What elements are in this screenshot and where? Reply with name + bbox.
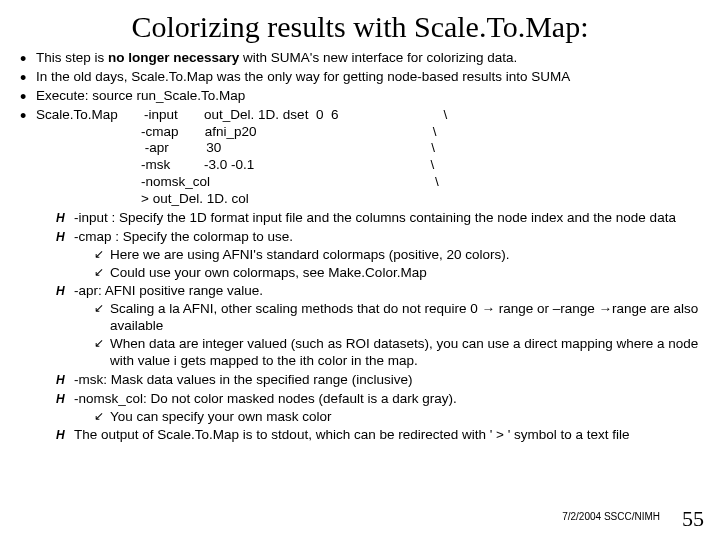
text: -apr: AFNI positive range value. xyxy=(74,283,263,298)
text: Scaling a la AFNI, other scaling methods… xyxy=(110,301,481,316)
text: -cmap : Specify the colormap to use. xyxy=(74,229,293,244)
page-number: 55 xyxy=(682,506,704,532)
list-item: -cmap : Specify the colormap to use. Her… xyxy=(56,229,702,282)
sub-list: -input : Specify the 1D format input fil… xyxy=(36,210,702,444)
list-item: Scaling a la AFNI, other scaling methods… xyxy=(94,301,702,335)
list-item: Scale.To.Map -input out_Del. 1D. dset 0 … xyxy=(18,107,702,445)
footer-date: 7/2/2004 SSCC/NIMH xyxy=(562,511,660,522)
list-item: You can specify your own mask color xyxy=(94,409,702,426)
list-item: -apr: AFNI positive range value. Scaling… xyxy=(56,283,702,369)
sub-sub-list: You can specify your own mask color xyxy=(74,409,702,426)
list-item: Could use your own colormaps, see Make.C… xyxy=(94,265,702,282)
text: with SUMA's new interface for colorizing… xyxy=(239,50,517,65)
text: This step is xyxy=(36,50,108,65)
list-item: This step is no longer necessary with SU… xyxy=(18,50,702,67)
arrow-icon: → xyxy=(599,301,613,316)
sub-sub-list: Here we are using AFNI's standard colorm… xyxy=(74,247,702,282)
text: range or –range xyxy=(495,301,599,316)
list-item: -msk: Mask data values in the specified … xyxy=(56,372,702,389)
text-bold: no longer necessary xyxy=(108,50,239,65)
list-item: Execute: source run_Scale.To.Map xyxy=(18,88,702,105)
list-item: -input : Specify the 1D format input fil… xyxy=(56,210,702,227)
list-item: The output of Scale.To.Map is to stdout,… xyxy=(56,427,702,444)
sub-sub-list: Scaling a la AFNI, other scaling methods… xyxy=(74,301,702,370)
text: -nomsk_col: Do not color masked nodes (d… xyxy=(74,391,457,406)
list-item: Here we are using AFNI's standard colorm… xyxy=(94,247,702,264)
code-block: Scale.To.Map -input out_Del. 1D. dset 0 … xyxy=(36,107,702,208)
list-item: When data are integer valued (such as RO… xyxy=(94,336,702,370)
list-item: In the old days, Scale.To.Map was the on… xyxy=(18,69,702,86)
page-title: Colorizing results with Scale.To.Map: xyxy=(18,10,702,44)
list-item: -nomsk_col: Do not color masked nodes (d… xyxy=(56,391,702,426)
arrow-icon: → xyxy=(481,301,495,316)
slide: Colorizing results with Scale.To.Map: Th… xyxy=(0,0,720,540)
bullet-list: This step is no longer necessary with SU… xyxy=(18,50,702,444)
